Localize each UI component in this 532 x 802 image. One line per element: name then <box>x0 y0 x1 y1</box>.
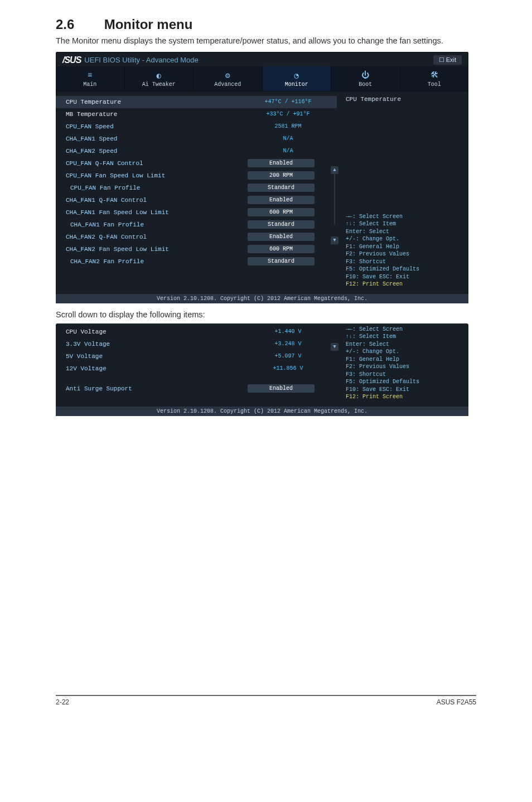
list-item: CHA_FAN1 SpeedN/A <box>56 133 337 145</box>
item-value-pill[interactable]: Enabled <box>248 384 315 393</box>
scroll-caption: Scroll down to display the following ite… <box>56 310 476 319</box>
tab-advanced[interactable]: ⚙ Advanced <box>194 66 263 91</box>
item-value: N/A <box>245 136 331 142</box>
item-value: +11.856 V <box>245 365 331 371</box>
tab-boot[interactable]: ⏻ Boot <box>331 66 400 91</box>
help-item-title: CPU Temperature <box>346 96 463 103</box>
list-item[interactable]: CHA_FAN2 Fan Speed Low Limit600 RPM <box>56 243 337 255</box>
boot-icon: ⏻ <box>331 71 400 80</box>
item-label: CHA_FAN2 Fan Speed Low Limit <box>66 246 248 253</box>
page-number: 2-22 <box>56 698 69 706</box>
exit-icon: ☐ <box>439 56 446 63</box>
item-value-pill[interactable]: 200 RPM <box>248 171 315 180</box>
item-label: CPU_FAN Fan Profile <box>70 185 248 191</box>
list-item[interactable]: Anti Surge SupportEnabled <box>56 383 337 395</box>
tab-ai-tweaker[interactable]: ◐ Ai Tweaker <box>125 66 194 91</box>
item-value-pill[interactable]: 600 RPM <box>248 208 315 216</box>
item-value-pill[interactable]: Standard <box>248 183 315 192</box>
item-label: 5V Voltage <box>66 353 245 360</box>
product-name: ASUS F2A55 <box>437 698 476 706</box>
tab-tool[interactable]: 🛠 Tool <box>400 66 469 91</box>
item-label: CPU_FAN Q-FAN Control <box>66 160 248 167</box>
help-keys: →←: Select Screen↑↓: Select ItemEnter: S… <box>346 326 463 401</box>
item-value: N/A <box>245 148 331 154</box>
main-icon: ≡ <box>56 71 124 80</box>
asus-logo: /SUS <box>62 55 81 65</box>
tab-monitor[interactable]: ◔ Monitor <box>263 66 332 91</box>
item-label: CPU Temperature <box>66 99 245 105</box>
bios-screenshot-1: /SUS UEFI BIOS Utility - Advanced Mode ☐… <box>56 52 468 303</box>
section-title: Monitor menu <box>104 17 193 32</box>
list-item[interactable]: CPU_FAN Fan Speed Low Limit200 RPM <box>56 170 337 182</box>
item-label: CHA_FAN1 Q-FAN Control <box>66 197 248 204</box>
list-item: CHA_FAN2 SpeedN/A <box>56 145 337 157</box>
bios-title: UEFI BIOS Utility - Advanced Mode <box>84 56 198 64</box>
item-label: CHA_FAN1 Speed <box>66 136 245 142</box>
bios-right-panel: CPU Temperature →←: Select Screen↑↓: Sel… <box>340 91 468 294</box>
bios-version-footer: Version 2.10.1208. Copyright (C) 2012 Am… <box>56 294 468 303</box>
item-label: CPU_FAN Fan Speed Low Limit <box>66 172 248 179</box>
list-item: 12V Voltage+11.856 V <box>56 363 337 375</box>
item-label: CHA_FAN2 Q-FAN Control <box>66 234 248 240</box>
list-item: CPU Temperature+47°C / +116°F <box>56 96 337 108</box>
item-value: +47°C / +116°F <box>245 99 331 105</box>
help-keys: →←: Select Screen↑↓: Select ItemEnter: S… <box>346 213 463 288</box>
item-label: CPU Voltage <box>66 328 245 335</box>
item-value: +1.440 V <box>245 328 331 335</box>
tab-main[interactable]: ≡ Main <box>56 66 125 91</box>
item-label: CHA_FAN1 Fan Profile <box>70 221 248 228</box>
item-value-pill[interactable]: Enabled <box>248 233 315 241</box>
section-number: 2.6 <box>56 17 100 32</box>
bios2-left-panel: ▼ CPU Voltage+1.440 V3.3V Voltage+3.248 … <box>56 323 340 407</box>
monitor-icon: ◔ <box>263 71 331 80</box>
advanced-icon: ⚙ <box>194 71 262 80</box>
bios2-right-panel: →←: Select Screen↑↓: Select ItemEnter: S… <box>340 323 468 407</box>
list-item: MB Temperature+33°C / +91°F <box>56 108 337 120</box>
item-label: CHA_FAN1 Fan Speed Low Limit <box>66 209 248 216</box>
item-label: CHA_FAN2 Speed <box>66 148 245 154</box>
item-value: 2581 RPM <box>245 123 331 129</box>
item-label: 12V Voltage <box>66 365 245 372</box>
list-item[interactable]: CPU_FAN Fan ProfileStandard <box>56 182 337 194</box>
item-value-pill[interactable]: Enabled <box>248 196 315 204</box>
scroll-down-icon[interactable]: ▼ <box>331 343 338 351</box>
list-item[interactable]: CHA_FAN1 Q-FAN ControlEnabled <box>56 194 337 206</box>
item-value-pill[interactable]: 600 RPM <box>248 245 315 253</box>
section-intro: The Monitor menu displays the system tem… <box>56 36 476 46</box>
item-value-pill[interactable]: Standard <box>248 257 315 265</box>
exit-button[interactable]: ☐ Exit <box>433 55 462 65</box>
list-item[interactable]: CHA_FAN2 Fan ProfileStandard <box>56 255 337 268</box>
bios-version-footer: Version 2.10.1208. Copyright (C) 2012 Am… <box>56 407 468 416</box>
item-value: +33°C / +91°F <box>245 111 331 117</box>
item-label: CHA_FAN2 Fan Profile <box>70 258 248 265</box>
item-value: +3.248 V <box>245 341 331 347</box>
bios-tabs: ≡ Main ◐ Ai Tweaker ⚙ Advanced ◔ Monitor… <box>56 66 468 91</box>
list-item[interactable]: CPU_FAN Q-FAN ControlEnabled <box>56 157 337 170</box>
item-value: +5.097 V <box>245 353 331 359</box>
bios-screenshot-2: ▼ CPU Voltage+1.440 V3.3V Voltage+3.248 … <box>56 323 468 416</box>
list-item[interactable]: CHA_FAN1 Fan Speed Low Limit600 RPM <box>56 206 337 219</box>
tweaker-icon: ◐ <box>125 71 194 80</box>
tool-icon: 🛠 <box>400 71 469 80</box>
item-label: MB Temperature <box>66 111 245 118</box>
list-item: CPU_FAN Speed2581 RPM <box>56 120 337 133</box>
bios-left-panel: ▲ ▼ CPU Temperature+47°C / +116°FMB Temp… <box>56 91 340 294</box>
scroll-up-icon[interactable]: ▲ <box>331 166 338 174</box>
list-item: 5V Voltage+5.097 V <box>56 350 337 363</box>
scroll-down-icon[interactable]: ▼ <box>331 236 338 244</box>
item-label: 3.3V Voltage <box>66 341 245 347</box>
item-label: Anti Surge Support <box>66 385 248 392</box>
item-label: CPU_FAN Speed <box>66 123 245 130</box>
item-value-pill[interactable]: Standard <box>248 220 315 229</box>
item-value-pill[interactable]: Enabled <box>248 159 315 167</box>
list-item: CPU Voltage+1.440 V <box>56 326 337 338</box>
list-item: 3.3V Voltage+3.248 V <box>56 338 337 350</box>
list-item[interactable]: CHA_FAN1 Fan ProfileStandard <box>56 219 337 231</box>
list-item[interactable]: CHA_FAN2 Q-FAN ControlEnabled <box>56 231 337 243</box>
